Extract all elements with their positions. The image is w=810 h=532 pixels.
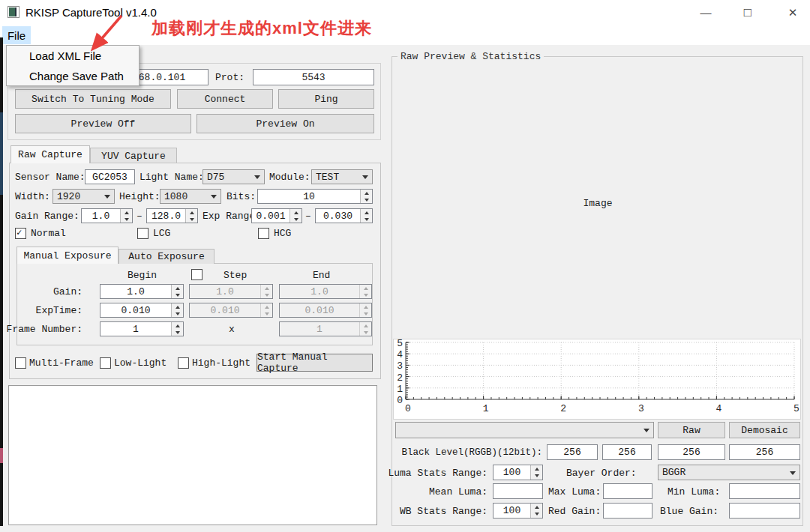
gain-begin-spinbox[interactable]: 1.0 [100, 284, 184, 299]
svg-text:4: 4 [716, 403, 722, 414]
spinner-arrows[interactable] [360, 209, 372, 223]
bits-label: Bits: [226, 189, 256, 204]
multi-frame-checkbox[interactable]: ✓ [15, 357, 26, 369]
red-gain-input[interactable] [603, 503, 652, 519]
spinner-arrows[interactable] [185, 209, 197, 223]
maximize-button[interactable]: □ [730, 0, 765, 25]
svg-text:2: 2 [560, 403, 566, 414]
preview-on-button[interactable]: Preview On [196, 114, 374, 133]
sensor-name-label: Sensor Name: [15, 169, 86, 184]
luma-stats-spinbox[interactable]: 100 [493, 465, 543, 480]
connect-button[interactable]: Connect [177, 89, 273, 109]
black-level-gr-input[interactable]: 256 [602, 444, 652, 460]
black-level-r-value: 256 [563, 447, 580, 458]
sensor-name-input[interactable]: GC2053 [85, 169, 135, 184]
light-name-select[interactable]: D75 [202, 169, 265, 184]
preview-file-select[interactable] [395, 422, 654, 438]
annotation-arrow [86, 12, 126, 51]
spinner-arrows[interactable] [530, 504, 542, 518]
close-button[interactable]: ✕ [776, 0, 810, 25]
exptime-end-spinbox: 0.010 [279, 303, 372, 318]
spinner-arrows[interactable] [171, 322, 183, 336]
width-select[interactable]: 1920 [52, 189, 115, 204]
exp-max-value: 0.030 [316, 209, 360, 223]
gain-min-spinbox[interactable]: 1.0 [81, 208, 133, 223]
bayer-order-select[interactable]: BGGR [658, 465, 800, 480]
spinner-arrows[interactable] [120, 209, 132, 223]
black-level-b-input[interactable]: 256 [729, 444, 800, 460]
exp-min-value: 0.001 [252, 209, 290, 223]
module-value: TEST [316, 172, 339, 183]
raw-button[interactable]: Raw [658, 422, 725, 438]
ping-button[interactable]: Ping [278, 89, 374, 109]
spinner-arrows[interactable] [171, 303, 183, 317]
exptime-step-spinbox: 0.010 [189, 303, 273, 318]
luma-stats-value: 100 [494, 465, 530, 480]
exp-max-spinbox[interactable]: 0.030 [315, 208, 373, 223]
bits-spinbox[interactable]: 10 [257, 189, 373, 204]
max-luma-input[interactable] [603, 483, 652, 499]
app-icon [8, 6, 20, 18]
low-light-checkbox[interactable]: ✓ [100, 357, 111, 369]
log-listbox[interactable] [8, 385, 377, 525]
light-name-label: Light Name: [140, 169, 204, 184]
tab-manual-exposure[interactable]: Manual Exposure [16, 247, 118, 264]
luma-stats-label: Luma Stats Range: [395, 465, 488, 481]
exptime-begin-spinbox[interactable]: 0.010 [100, 303, 184, 318]
mean-luma-label: Mean Luma: [395, 483, 488, 500]
mean-luma-input[interactable] [493, 483, 543, 499]
module-label: Module: [269, 169, 310, 184]
min-luma-input[interactable] [729, 483, 800, 499]
black-level-gb-input[interactable]: 256 [658, 444, 725, 460]
exp-min-spinbox[interactable]: 0.001 [251, 208, 302, 223]
spinner-arrows[interactable] [290, 209, 302, 223]
frame-end-spinbox: 1 [279, 321, 372, 336]
tab-auto-exposure[interactable]: Auto Exposure [118, 249, 214, 264]
tab-raw-capture[interactable]: Raw Capture [10, 145, 90, 163]
minimize-button[interactable]: — [688, 0, 723, 25]
blue-gain-label: Blue Gain: [660, 503, 718, 519]
step-enable-checkbox[interactable]: ✓ [191, 269, 202, 280]
svg-text:3: 3 [638, 403, 644, 414]
exptime-step-value: 0.010 [190, 303, 260, 317]
module-select[interactable]: TEST [311, 169, 373, 184]
blue-gain-input[interactable] [729, 503, 800, 519]
lcg-label: LCG [153, 227, 170, 239]
gain-end-value: 1.0 [280, 285, 359, 298]
min-luma-label: Min Luma: [668, 483, 720, 500]
hcg-label: HCG [274, 227, 291, 239]
annotation-text: 加载刚才生成的xml文件进来 [152, 19, 372, 38]
hcg-checkbox[interactable]: ✓ [258, 228, 269, 239]
tab-yuv-capture[interactable]: YUV Capture [90, 148, 177, 163]
wb-stats-spinbox[interactable]: 100 [493, 503, 543, 519]
switch-tuning-button[interactable]: Switch To Tuning Mode [15, 89, 171, 109]
demosaic-button[interactable]: Demosaic [729, 422, 800, 438]
lcg-checkbox[interactable]: ✓ [137, 228, 148, 239]
width-value: 1920 [57, 191, 80, 202]
normal-checkbox[interactable]: ✓ [15, 228, 26, 239]
spinner-arrows[interactable] [171, 285, 183, 298]
height-select[interactable]: 1080 [160, 189, 221, 204]
frame-end-value: 1 [280, 322, 359, 336]
preview-off-button[interactable]: Preview Off [15, 114, 191, 133]
red-gain-label: Red Gain: [548, 503, 601, 519]
end-header: End [313, 269, 330, 281]
file-menu[interactable]: File [2, 26, 31, 44]
high-light-checkbox[interactable]: ✓ [178, 357, 189, 369]
step-header: Step [224, 269, 247, 281]
start-manual-capture-button[interactable]: Start Manual Capture [256, 354, 373, 372]
gain-range-label: Gain Range: [15, 208, 80, 223]
height-value: 1080 [164, 191, 188, 202]
prot-input[interactable]: 5543 [253, 69, 374, 85]
svg-text:0: 0 [405, 403, 411, 414]
spinner-arrows[interactable] [360, 190, 372, 203]
spinner-arrows[interactable] [530, 465, 542, 480]
svg-text:5: 5 [794, 403, 800, 414]
gain-max-spinbox[interactable]: 128.0 [146, 208, 198, 223]
svg-text:4: 4 [397, 349, 403, 360]
file-menu-dropdown: Load XML File Change Save Path [6, 45, 140, 86]
black-level-r-input[interactable]: 256 [547, 444, 598, 460]
frame-begin-spinbox[interactable]: 1 [100, 321, 184, 336]
black-level-gr-value: 256 [618, 447, 635, 458]
menu-item-change-save-path[interactable]: Change Save Path [7, 66, 139, 86]
